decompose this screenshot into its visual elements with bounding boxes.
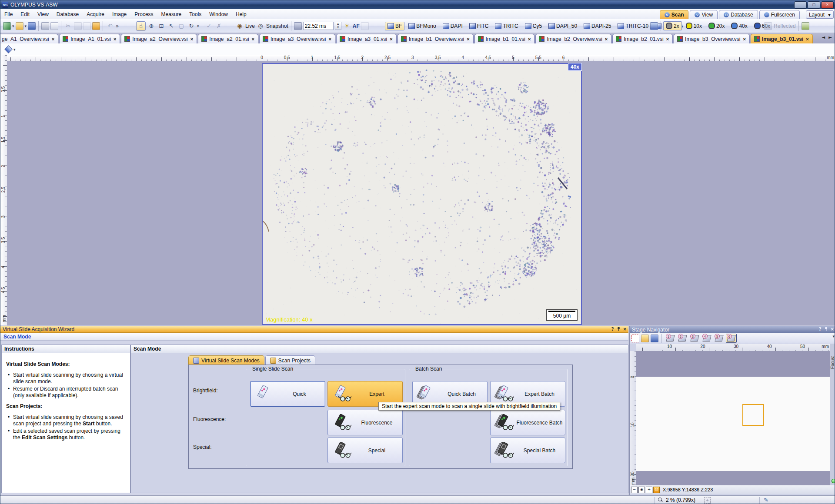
close-tab-icon[interactable]: × xyxy=(528,36,531,42)
chevron-down-icon[interactable] xyxy=(197,24,199,28)
document-tab[interactable]: Image_a3_Overview.vsi× xyxy=(259,34,335,43)
menu-acquire[interactable]: Acquire xyxy=(83,10,108,19)
document-tab[interactable]: Image_b3_Overview.vsi× xyxy=(674,34,750,43)
mirror-icon[interactable] xyxy=(802,22,809,30)
menu-image[interactable]: Image xyxy=(108,10,130,19)
mode-tab-database[interactable]: DDatabase xyxy=(719,10,758,19)
slide-position-button-4[interactable]: 4 xyxy=(701,334,712,343)
scan-region-rectangle[interactable] xyxy=(742,404,764,426)
document-tab[interactable]: Image_b2_Overview.vsi× xyxy=(535,34,611,43)
channel-button-fitc[interactable]: FITC xyxy=(467,22,491,30)
document-tab[interactable]: ge_A1_Overview.vsi× xyxy=(0,34,58,43)
select-region-icon[interactable] xyxy=(631,335,639,342)
hand-tool-icon[interactable] xyxy=(136,21,146,31)
quick-scan-button[interactable]: Quick xyxy=(250,381,325,407)
close-tab-icon[interactable]: × xyxy=(466,36,470,42)
maximize-button[interactable]: □ xyxy=(808,1,820,9)
live-icon[interactable] xyxy=(235,22,244,30)
zoom-in-icon[interactable] xyxy=(147,22,156,30)
close-tab-icon[interactable]: × xyxy=(328,36,331,42)
channel-button-dapi_50[interactable]: DAPI_50 xyxy=(546,22,580,30)
folder-open-icon[interactable] xyxy=(641,335,649,342)
channel-button-cy5[interactable]: Cy5 xyxy=(522,22,544,30)
chevron-down-icon[interactable] xyxy=(13,47,16,52)
save-icon[interactable] xyxy=(651,335,658,342)
pin-icon[interactable] xyxy=(824,327,828,332)
channel-button-bfmono[interactable]: BFMono xyxy=(406,22,438,30)
close-button[interactable]: × xyxy=(821,1,834,9)
layout-button[interactable]: Layout xyxy=(806,10,834,19)
camera-icon[interactable] xyxy=(294,22,302,30)
snapshot-icon[interactable] xyxy=(256,22,265,30)
save-icon[interactable] xyxy=(28,22,36,30)
close-tab-icon[interactable]: × xyxy=(113,36,117,42)
objective-button-20x[interactable]: 20x xyxy=(706,21,727,30)
document-tab[interactable]: Image_b1_Overview.vsi× xyxy=(397,34,474,43)
tab-scan-projects[interactable]: Scan Projects xyxy=(265,355,315,365)
chevron-down-icon[interactable] xyxy=(12,24,14,28)
mode-tab-view[interactable]: VView xyxy=(690,10,718,19)
channel-button-dapi-25[interactable]: DAPI-25 xyxy=(581,22,614,30)
close-tab-icon[interactable]: × xyxy=(190,36,194,42)
menu-file[interactable]: File xyxy=(0,10,17,19)
scroll-tabs-left-icon[interactable] xyxy=(822,35,825,40)
slide-position-button-1[interactable]: 1 xyxy=(665,334,676,343)
tab-virtual-slide-scan-modes[interactable]: Virtual Slide Scan Modes xyxy=(188,355,264,365)
menu-window[interactable]: Window xyxy=(205,10,232,19)
lamp-icon[interactable] xyxy=(343,22,351,30)
help-icon[interactable] xyxy=(611,327,614,332)
objective-button-40x[interactable]: 40x xyxy=(728,21,750,30)
mode-tab-scan[interactable]: SScan xyxy=(660,10,689,19)
center-stage-button[interactable] xyxy=(653,487,660,493)
slide-position-button-2[interactable]: 2 xyxy=(677,334,688,343)
document-tab[interactable]: Image_a2_Overview.vsi× xyxy=(121,34,197,43)
zoom-out-button[interactable] xyxy=(631,487,638,493)
close-panel-icon[interactable] xyxy=(623,327,627,332)
menu-measure[interactable]: Measure xyxy=(157,10,186,19)
filter-set-icon[interactable] xyxy=(650,22,658,30)
stage-slide-area[interactable] xyxy=(636,377,830,471)
image-viewport[interactable]: mm 00,511,522,533,544,555,56 mm 0,511,52… xyxy=(0,55,835,325)
page-preview-icon[interactable] xyxy=(50,22,58,30)
mode-tab-fullscreen[interactable]: FFullscreen xyxy=(759,10,800,19)
objective-button-2x[interactable]: 2x xyxy=(663,21,682,30)
zoom-region-icon[interactable] xyxy=(157,22,166,30)
document-tab[interactable]: Image_a3_01.vsi× xyxy=(336,34,397,43)
scroll-tabs-right-icon[interactable] xyxy=(828,35,832,40)
new-image-icon[interactable] xyxy=(3,22,11,30)
objective-button-10x[interactable]: 10x xyxy=(683,21,705,30)
chevron-down-icon[interactable] xyxy=(25,24,27,28)
channel-button-tritc[interactable]: TRITC xyxy=(492,22,521,30)
pin-icon[interactable] xyxy=(617,327,621,332)
paste-special-icon[interactable] xyxy=(92,22,100,30)
print-icon[interactable] xyxy=(41,22,49,30)
special-batch-button[interactable]: Special Batch xyxy=(490,438,565,463)
exposure-input[interactable] xyxy=(303,22,334,30)
document-tab[interactable]: Image_b3_01.vsi× xyxy=(751,34,813,43)
menu-edit[interactable]: Edit xyxy=(17,10,33,19)
channel-button-dapi[interactable]: DAPI xyxy=(440,22,465,30)
slide-position-button-5[interactable]: 5 xyxy=(714,334,725,343)
close-tab-icon[interactable]: × xyxy=(51,36,55,42)
channel-button-bf[interactable]: BF xyxy=(385,22,404,30)
live-button[interactable]: Live xyxy=(245,23,255,29)
panel-overflow-icon[interactable] xyxy=(832,334,835,338)
menu-process[interactable]: Process xyxy=(130,10,157,19)
help-icon[interactable] xyxy=(819,327,822,332)
document-tab[interactable]: Image_a2_01.vsi× xyxy=(198,34,258,43)
close-tab-icon[interactable]: × xyxy=(666,36,669,42)
document-tab[interactable]: Image_b1_01.vsi× xyxy=(474,34,535,43)
menu-database[interactable]: Database xyxy=(53,10,83,19)
channel-button-tritc-10[interactable]: TRITC-10 xyxy=(615,22,651,30)
close-tab-icon[interactable]: × xyxy=(251,36,255,42)
autofocus-button[interactable]: AF xyxy=(353,23,360,29)
folder-open-icon[interactable] xyxy=(16,22,23,30)
minimize-button[interactable]: – xyxy=(794,1,807,9)
fluorescence-scan-button[interactable]: Fluorescence xyxy=(327,410,403,435)
close-panel-icon[interactable] xyxy=(831,327,834,332)
special-scan-button[interactable]: Special xyxy=(327,438,403,463)
close-tab-icon[interactable]: × xyxy=(605,36,608,42)
slide-position-button-3[interactable]: 3 xyxy=(689,334,700,343)
fluorescence-batch-button[interactable]: Fluorescence Batch xyxy=(490,410,565,435)
specimen-image[interactable]: 40x Magnification: 40 x 500 µm xyxy=(262,63,582,325)
